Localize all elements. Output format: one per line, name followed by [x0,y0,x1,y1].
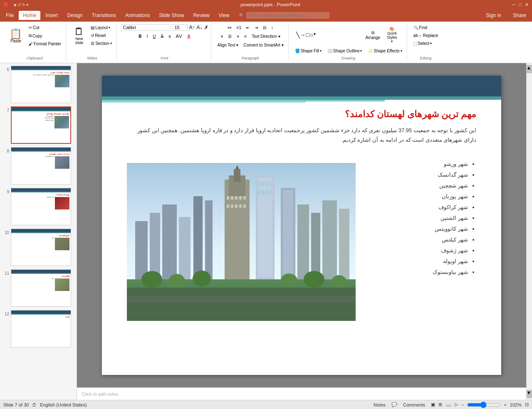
slide-preview-12[interactable]: ادامه [11,310,71,347]
align-right-button[interactable]: ≡ [235,33,241,40]
replace-button[interactable]: ab↔ Replace [411,32,440,39]
slide-preview-10[interactable]: تاریخ لهستان متن [11,229,71,266]
zoom-slider[interactable] [467,402,500,408]
shape-fill-button[interactable]: 🪣 Shape Fill ▾ [293,47,324,54]
svg-rect-35 [311,213,320,279]
quick-styles-button[interactable]: 🎨 Quick Styles ▾ [383,24,401,46]
section-button[interactable]: ☰ Section ▾ [89,40,114,47]
notes-button[interactable]: Notes [371,402,388,408]
comments-button[interactable]: Comments [401,402,428,408]
menu-insert[interactable]: Insert [41,11,62,20]
bullets-button[interactable]: ≡• [225,24,233,31]
justify-button[interactable]: ≡ [242,33,249,40]
decrease-indent-button[interactable]: ⇤ [244,24,252,31]
scrollbar-up-button[interactable]: ▲ [527,65,532,73]
find-button[interactable]: 🔍 Find [411,24,440,31]
shape-rect-icon[interactable]: □ [306,32,309,38]
close-button[interactable]: ✕ [525,2,529,7]
layout-button[interactable]: ▤ Layout ▾ [89,24,114,31]
share-button[interactable]: Share [509,11,530,20]
slide-title[interactable]: مهم ترین شهرهای لهستان کدامند؟ [127,109,476,120]
minimize-button[interactable]: ─ [512,2,516,7]
slide-preview-9[interactable]: لهستان انتخابات متن توضیح [11,188,71,225]
search-input[interactable] [246,12,329,19]
bold-button[interactable]: B [136,33,144,40]
italic-button[interactable]: I [144,33,150,40]
slide-thumb-7[interactable]: 7 مهم ترین شهرهای لهستان شهر ورشوشهر گدا… [2,106,75,145]
view-reading-icon[interactable]: 📖 [445,402,451,407]
shape-oval-icon[interactable]: ○ [310,32,313,38]
view-normal-icon[interactable]: ▣ [431,402,435,407]
slide-preview-6[interactable]: جمعیت لهستان چقدر این کشور با توجه به جم… [11,66,71,103]
shape-more-icon[interactable]: ▾ [314,32,316,38]
notes-placeholder[interactable]: Click to add notes [82,392,118,397]
slide-thumb-6[interactable]: 6 جمعیت لهستان چقدر این کشور با توجه به … [2,65,75,104]
slide-thumb-8[interactable]: 8 خدمات عمدتی لهستان متن توضیحات [2,146,75,185]
text-direction-button[interactable]: Text Direction ▾ [250,33,282,40]
font-color-button[interactable]: A [186,33,193,40]
svg-rect-24 [258,182,261,187]
menu-slide-show[interactable]: Slide Show [155,11,188,20]
line-spacing-button[interactable]: ↕ [269,24,275,31]
status-right: Notes 💬 Comments ▣ ⊞ 📖 ▷ − + 102% ⊡ [371,402,529,408]
select-button[interactable]: ⬚ Select ▾ [411,40,440,47]
menu-home[interactable]: Home [19,11,40,20]
cut-button[interactable]: ✂Cut [27,24,63,31]
slide-canvas[interactable]: مهم ترین شهرهای لهستان کدامند؟ این کشور … [102,76,501,375]
fit-slide-button[interactable]: ⊡ [525,402,529,407]
shape-outline-button[interactable]: ⬜ Shape Outline ▾ [325,47,364,54]
notes-area[interactable]: Click to add notes [77,387,526,400]
menu-animations[interactable]: Animations [121,11,154,20]
font-size-input[interactable] [173,24,188,31]
new-slide-button[interactable]: 🗒 New Slide [70,25,88,47]
svg-rect-15 [239,196,242,200]
slide-preview-11[interactable]: افغانستان متن [11,269,71,307]
slide-city-image[interactable] [127,163,356,321]
slide-body-text[interactable]: این کشور با توجه به جمعیت 37.95 میلیون ن… [127,126,476,145]
shadow-button[interactable]: s [166,32,173,40]
right-scrollbar[interactable]: ▲ ▼ [526,63,532,400]
align-text-button[interactable]: Align Text ▾ [215,42,241,49]
align-center-button[interactable]: ☰ [226,33,234,40]
convert-smartart-button[interactable]: Convert to SmartArt ▾ [241,42,285,49]
increase-font-button[interactable]: A↑ [189,25,195,30]
align-left-button[interactable]: ≡ [219,33,225,40]
menu-view[interactable]: View [215,11,234,20]
menu-transitions[interactable]: Transitions [88,11,120,20]
zoom-out-button[interactable]: − [461,402,464,407]
copy-button[interactable]: ⧉Copy [27,32,63,39]
char-spacing-button[interactable]: AV [174,32,185,40]
paste-button[interactable]: 📋 Paste [6,25,26,47]
menu-design[interactable]: Design [63,11,87,20]
strikethrough-button[interactable]: S [159,33,166,40]
sign-in-button[interactable]: Sign in [482,11,505,20]
slide-preview-7[interactable]: مهم ترین شهرهای لهستان شهر ورشوشهر گدانس… [11,106,71,144]
shape-effects-button[interactable]: ✨ Shape Effects ▾ [366,47,404,54]
slide-thumb-10[interactable]: 10 تاریخ لهستان متن [2,228,75,267]
title-bar-controls[interactable]: ─ □ ✕ [512,2,529,7]
slide-thumb-11[interactable]: 11 افغانستان متن [2,269,75,308]
arrange-button[interactable]: ⧉ Arrange [364,29,383,42]
increase-indent-button[interactable]: ⇥ [252,24,260,31]
menu-file[interactable]: File [2,11,18,20]
view-slide-show-icon[interactable]: ▷ [455,402,458,407]
shape-arrow-icon[interactable]: → [300,32,306,38]
decrease-font-button[interactable]: A↓ [197,25,203,30]
scrollbar-down-button[interactable]: ▼ [527,390,532,398]
maximize-button[interactable]: □ [519,2,522,7]
slide-preview-8[interactable]: خدمات عمدتی لهستان متن توضیحات [11,147,71,185]
underline-button[interactable]: U [151,33,158,40]
slide-thumb-9[interactable]: 9 لهستان انتخابات متن توضیح [2,187,75,226]
format-painter-button[interactable]: 🖌Format Painter [27,40,63,47]
clear-format-button[interactable]: ✗ [204,25,208,30]
slide-thumb-12[interactable]: 12 ادامه [2,309,75,348]
numbering-button[interactable]: ≡1 [235,24,243,31]
zoom-in-button[interactable]: + [504,402,506,407]
slide-bullets: شهر ورشو شهر گدانسک شهر شچچین شهر پوزنان… [433,159,476,278]
shape-line-icon[interactable]: ╲ [296,32,299,38]
reset-button[interactable]: ↺ Reset [89,32,114,39]
view-slide-sorter-icon[interactable]: ⊞ [438,402,442,407]
columns-button[interactable]: ⊟ [261,24,268,31]
menu-review[interactable]: Review [189,11,213,20]
font-name-input[interactable] [121,24,171,31]
